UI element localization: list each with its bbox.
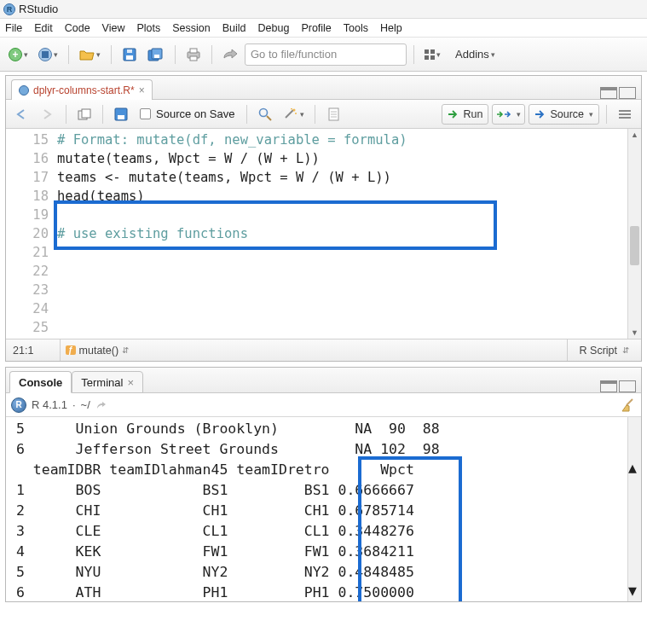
tab-terminal[interactable]: Terminal × bbox=[72, 371, 143, 393]
popout-icon bbox=[78, 108, 91, 120]
code-tools-button[interactable] bbox=[280, 103, 308, 125]
outline-button[interactable] bbox=[614, 103, 636, 125]
console-row: 2 CHI CH1 CH1 0.6785714 bbox=[16, 501, 641, 521]
menu-profile[interactable]: Profile bbox=[301, 22, 331, 34]
console-output[interactable]: 5 Union Grounds (Brooklyn) NA 90 886 Jef… bbox=[6, 417, 641, 601]
updown-icon: ⇵ bbox=[622, 345, 629, 355]
run-button[interactable]: Run bbox=[442, 104, 488, 125]
folder-open-icon bbox=[79, 49, 95, 61]
code-area[interactable]: # Format: mutate(df, new_variable = form… bbox=[57, 129, 626, 339]
nav-fwd-button[interactable] bbox=[37, 103, 59, 125]
broom-icon bbox=[621, 398, 636, 412]
goto-file-input[interactable]: Go to file/function bbox=[245, 44, 407, 66]
scroll-thumb[interactable] bbox=[630, 226, 639, 265]
scroll-down-icon[interactable]: ▼ bbox=[628, 327, 641, 339]
menu-file[interactable]: File bbox=[5, 22, 22, 34]
goto-wd-icon[interactable] bbox=[95, 400, 106, 410]
svg-line-27 bbox=[627, 399, 633, 405]
menu-code[interactable]: Code bbox=[65, 22, 90, 34]
arrow-right-icon bbox=[41, 109, 55, 119]
cursor-position: 21:1 bbox=[6, 339, 61, 361]
panes-layout-button[interactable] bbox=[421, 44, 444, 66]
source-on-save-checkbox[interactable]: Source on Save bbox=[136, 103, 240, 125]
console-header: R R 4.1.1 · ~/ bbox=[6, 393, 641, 417]
new-file-button[interactable]: + bbox=[5, 44, 32, 66]
goto-button[interactable] bbox=[219, 44, 241, 66]
code-line[interactable] bbox=[57, 206, 626, 224]
open-file-button[interactable] bbox=[76, 44, 104, 66]
code-line[interactable]: # use existing functions bbox=[57, 224, 626, 243]
menu-session[interactable]: Session bbox=[172, 22, 210, 34]
source-tabstrip: dplyr-columns-start.R* × bbox=[6, 76, 641, 100]
tab-console[interactable]: Console bbox=[9, 371, 72, 393]
scope-label: mutate() bbox=[79, 345, 119, 357]
code-line[interactable]: # Format: mutate(df, new_variable = form… bbox=[57, 131, 626, 149]
dot-sep: · bbox=[72, 398, 76, 411]
code-line[interactable]: mutate(teams, Wpct = W / (W + L)) bbox=[57, 149, 626, 168]
clear-console-button[interactable] bbox=[621, 398, 636, 412]
code-editor[interactable]: 1516171819202122232425 # Format: mutate(… bbox=[6, 129, 641, 339]
svg-point-18 bbox=[295, 113, 297, 114]
scroll-down-icon[interactable]: ▼ bbox=[628, 581, 641, 601]
source-label: Source bbox=[550, 108, 584, 120]
nav-back-button[interactable] bbox=[11, 103, 33, 125]
compile-report-button[interactable] bbox=[322, 103, 344, 125]
separator bbox=[246, 105, 247, 124]
svg-rect-11 bbox=[82, 109, 90, 118]
svg-point-17 bbox=[292, 108, 295, 111]
language-label: R Script bbox=[580, 345, 617, 357]
line-gutter: 1516171819202122232425 bbox=[6, 129, 57, 339]
print-button[interactable] bbox=[182, 44, 205, 66]
menu-edit[interactable]: Edit bbox=[34, 22, 53, 34]
svg-rect-3 bbox=[127, 49, 132, 53]
show-in-new-window-button[interactable] bbox=[73, 103, 95, 125]
source-button[interactable]: Source bbox=[529, 104, 599, 125]
rstudio-logo-icon: R bbox=[3, 3, 15, 15]
save-all-button[interactable] bbox=[144, 44, 168, 66]
close-tab-icon[interactable]: × bbox=[139, 84, 145, 96]
save-source-button[interactable] bbox=[110, 103, 132, 125]
rerun-button[interactable] bbox=[492, 104, 525, 125]
menu-view[interactable]: View bbox=[102, 22, 125, 34]
editor-scrollbar[interactable]: ▲ ▼ bbox=[627, 129, 641, 339]
rerun-icon bbox=[496, 109, 511, 119]
find-button[interactable] bbox=[254, 103, 276, 125]
menu-build[interactable]: Build bbox=[222, 22, 246, 34]
wand-icon bbox=[283, 108, 298, 120]
menu-debug[interactable]: Debug bbox=[258, 22, 290, 34]
source-tab[interactable]: dplyr-columns-start.R* × bbox=[11, 79, 153, 100]
working-dir[interactable]: ~/ bbox=[81, 398, 90, 411]
menu-help[interactable]: Help bbox=[380, 22, 402, 34]
minimize-pane-button[interactable] bbox=[600, 87, 617, 99]
scroll-up-icon[interactable]: ▲ bbox=[628, 129, 641, 141]
svg-point-14 bbox=[259, 108, 267, 116]
minimize-pane-button[interactable] bbox=[600, 380, 617, 392]
maximize-pane-button[interactable] bbox=[619, 380, 636, 392]
console-scrollbar[interactable]: ▲ ▼ bbox=[627, 417, 641, 601]
menu-tools[interactable]: Tools bbox=[344, 22, 368, 34]
save-button[interactable] bbox=[118, 44, 141, 66]
window-title: RStudio bbox=[19, 3, 58, 15]
menu-plots[interactable]: Plots bbox=[136, 22, 160, 34]
printer-icon bbox=[186, 48, 201, 61]
floppy-multi-icon bbox=[147, 48, 165, 61]
svg-rect-8 bbox=[190, 49, 197, 53]
code-line[interactable]: teams <- mutate(teams, Wpct = W / (W + L… bbox=[57, 168, 626, 187]
language-selector[interactable]: R Script ⇵ bbox=[567, 339, 641, 361]
console-line: 6 Jefferson Street Grounds NA 102 98 bbox=[16, 439, 641, 460]
new-project-button[interactable] bbox=[35, 44, 61, 66]
close-tab-icon[interactable]: × bbox=[127, 376, 134, 389]
r-logo-icon: R bbox=[11, 397, 26, 413]
goto-placeholder: Go to file/function bbox=[251, 48, 337, 61]
maximize-pane-button[interactable] bbox=[619, 87, 636, 99]
svg-rect-0 bbox=[42, 51, 49, 58]
code-line[interactable]: head(teams) bbox=[57, 187, 626, 206]
addins-label: Addins bbox=[455, 48, 489, 61]
scope-selector[interactable]: ƒ mutate() ⇵ bbox=[61, 345, 567, 357]
svg-line-16 bbox=[286, 110, 293, 118]
addins-button[interactable]: Addins bbox=[448, 44, 503, 66]
scroll-up-icon[interactable]: ▲ bbox=[628, 458, 641, 479]
window-titlebar: R RStudio bbox=[0, 0, 647, 19]
svg-rect-6 bbox=[154, 55, 159, 58]
console-row: 6 ATH PH1 PH1 0.7500000 bbox=[16, 583, 641, 601]
